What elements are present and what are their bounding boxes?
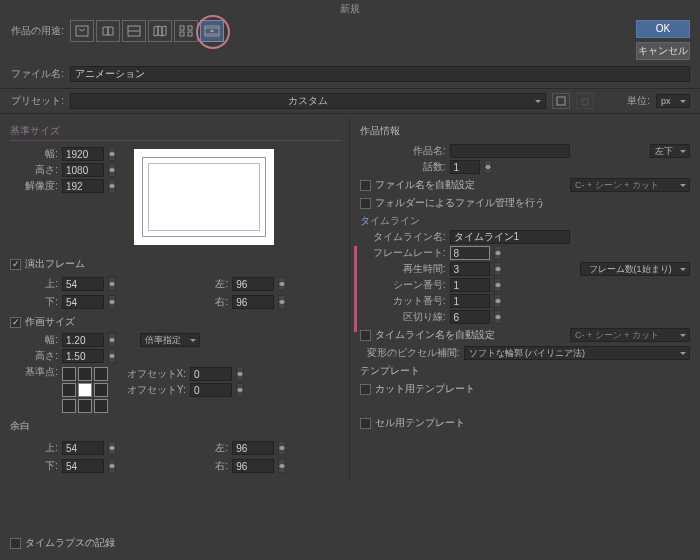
height-spinner[interactable] bbox=[108, 163, 116, 177]
enshutsu-label: 演出フレーム bbox=[25, 257, 85, 271]
interp-dropdown[interactable]: ソフトな輪郭 (バイリニア法) bbox=[464, 346, 691, 360]
height-input[interactable] bbox=[62, 163, 104, 177]
left-spinner[interactable] bbox=[278, 277, 286, 291]
timelapse-checkbox[interactable] bbox=[10, 538, 21, 549]
right-input[interactable] bbox=[232, 295, 274, 309]
cancel-button[interactable]: キャンセル bbox=[636, 42, 690, 60]
yr-input[interactable] bbox=[232, 459, 274, 473]
svg-rect-7 bbox=[557, 97, 565, 105]
enshutsu-checkbox[interactable] bbox=[10, 259, 21, 270]
yl-input[interactable] bbox=[232, 441, 274, 455]
filename-label: ファイル名: bbox=[10, 67, 64, 81]
tlname-input[interactable] bbox=[450, 230, 570, 244]
unit-dropdown[interactable]: px bbox=[656, 94, 690, 108]
template-header: テンプレート bbox=[360, 364, 691, 378]
ox-spinner[interactable] bbox=[236, 367, 244, 381]
width-input[interactable] bbox=[62, 147, 104, 161]
res-input[interactable] bbox=[62, 179, 104, 193]
yb-spinner[interactable] bbox=[108, 459, 116, 473]
sh-input[interactable] bbox=[62, 349, 104, 363]
celtpl-checkbox[interactable] bbox=[360, 418, 371, 429]
sw-spinner[interactable] bbox=[108, 333, 116, 347]
svg-rect-2 bbox=[180, 26, 184, 30]
scene-spinner[interactable] bbox=[494, 278, 502, 292]
divider-input[interactable] bbox=[450, 310, 490, 324]
ep-input[interactable] bbox=[450, 160, 480, 174]
scene-input[interactable] bbox=[450, 278, 490, 292]
tlname-label: タイムライン名: bbox=[360, 230, 446, 244]
autofile-checkbox[interactable] bbox=[360, 180, 371, 191]
width-spinner[interactable] bbox=[108, 147, 116, 161]
yohaku-header: 余白 bbox=[10, 417, 341, 435]
sw-input[interactable] bbox=[62, 333, 104, 347]
autofile-label: ファイル名を自動設定 bbox=[375, 178, 475, 192]
name-input[interactable] bbox=[450, 144, 570, 158]
filename-input[interactable] bbox=[70, 66, 690, 82]
yt-spinner[interactable] bbox=[108, 441, 116, 455]
left-input[interactable] bbox=[232, 277, 274, 291]
svg-rect-4 bbox=[180, 32, 184, 36]
yr-label: 右: bbox=[180, 459, 228, 473]
frame-type-dropdown[interactable]: フレーム数(1始まり) bbox=[580, 262, 690, 276]
folder-label: フォルダーによるファイル管理を行う bbox=[375, 196, 545, 210]
ep-spinner[interactable] bbox=[484, 160, 492, 174]
canvas-preview bbox=[134, 149, 274, 245]
cut-label: カット番号: bbox=[360, 294, 446, 308]
cut-input[interactable] bbox=[450, 294, 490, 308]
autotl-label: タイムライン名を自動設定 bbox=[375, 328, 495, 342]
preset-save-icon[interactable] bbox=[552, 93, 570, 109]
cuttpl-checkbox[interactable] bbox=[360, 384, 371, 395]
fr-input[interactable] bbox=[450, 246, 490, 260]
fr-spinner[interactable] bbox=[494, 246, 502, 260]
name-pos-dropdown[interactable]: 左下 bbox=[650, 144, 690, 158]
name-label: 作品名: bbox=[360, 144, 446, 158]
timeline-header: タイムライン bbox=[360, 214, 691, 228]
oy-spinner[interactable] bbox=[236, 383, 244, 397]
purpose-icon-all[interactable] bbox=[174, 20, 198, 42]
top-spinner[interactable] bbox=[108, 277, 116, 291]
folder-checkbox[interactable] bbox=[360, 198, 371, 209]
res-spinner[interactable] bbox=[108, 179, 116, 193]
yb-input[interactable] bbox=[62, 459, 104, 473]
right-label: 右: bbox=[180, 295, 228, 309]
play-input[interactable] bbox=[450, 262, 490, 276]
yl-spinner[interactable] bbox=[278, 441, 286, 455]
yr-spinner[interactable] bbox=[278, 459, 286, 473]
svg-rect-3 bbox=[188, 26, 192, 30]
purpose-icon-comic[interactable] bbox=[122, 20, 146, 42]
anchor-grid[interactable] bbox=[62, 367, 108, 413]
sh-spinner[interactable] bbox=[108, 349, 116, 363]
play-label: 再生時間: bbox=[360, 262, 446, 276]
cut-spinner[interactable] bbox=[494, 294, 502, 308]
ok-button[interactable]: OK bbox=[636, 20, 690, 38]
sakuga-checkbox[interactable] bbox=[10, 317, 21, 328]
sh-label: 高さ: bbox=[10, 349, 58, 363]
info-header: 作品情報 bbox=[360, 122, 691, 140]
purpose-icon-book[interactable] bbox=[148, 20, 172, 42]
yt-input[interactable] bbox=[62, 441, 104, 455]
interp-label: 変形のピクセル補間: bbox=[360, 346, 460, 360]
autotl-checkbox[interactable] bbox=[360, 330, 371, 341]
preset-label: プリセット: bbox=[10, 94, 64, 108]
res-label: 解像度: bbox=[10, 179, 58, 193]
purpose-icon-animation[interactable] bbox=[200, 20, 224, 42]
fr-label: フレームレート: bbox=[360, 246, 446, 260]
preset-dropdown[interactable]: カスタム bbox=[70, 93, 546, 109]
purpose-icon-default[interactable] bbox=[70, 20, 94, 42]
right-spinner[interactable] bbox=[278, 295, 286, 309]
bottom-spinner[interactable] bbox=[108, 295, 116, 309]
bottom-input[interactable] bbox=[62, 295, 104, 309]
top-input[interactable] bbox=[62, 277, 104, 291]
oy-input[interactable] bbox=[190, 383, 232, 397]
ox-input[interactable] bbox=[190, 367, 232, 381]
divider-spinner[interactable] bbox=[494, 310, 502, 324]
purpose-icon-print[interactable] bbox=[96, 20, 120, 42]
cuttpl-label: カット用テンプレート bbox=[375, 382, 475, 396]
bairitsu-dropdown[interactable]: 倍率指定 bbox=[140, 333, 200, 347]
yl-label: 左: bbox=[180, 441, 228, 455]
height-label: 高さ: bbox=[10, 163, 58, 177]
sw-label: 幅: bbox=[10, 333, 58, 347]
anchor-label: 基準点: bbox=[10, 365, 58, 379]
accent-bracket bbox=[354, 246, 357, 332]
play-spinner[interactable] bbox=[494, 262, 502, 276]
